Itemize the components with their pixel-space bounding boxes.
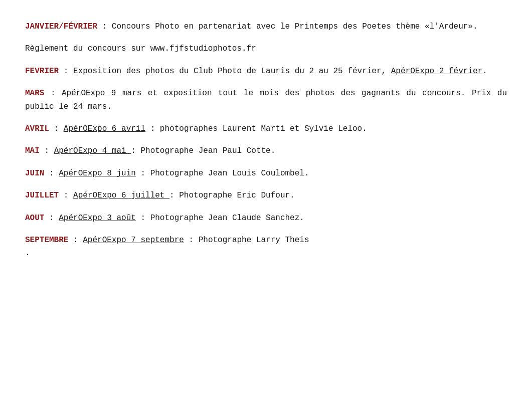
septembre-continuation: . (25, 247, 507, 260)
mai-text: : Photographe Jean Paul Cotte. (131, 146, 275, 155)
mai-underline: ApérOExpo 4 mai (54, 146, 131, 155)
section-juillet: JUILLET : ApérOExpo 6 juillet : Photogra… (25, 189, 507, 202)
colon-septembre: : (68, 236, 83, 245)
juillet-paragraph: JUILLET : ApérOExpo 6 juillet : Photogra… (25, 189, 507, 202)
month-label-avril: AVRIL (25, 124, 49, 133)
mai-paragraph: MAI : ApérOExpo 4 mai : Photographe Jean… (25, 144, 507, 157)
section-fevrier: FEVRIER : Exposition des photos du Club … (25, 65, 507, 78)
colon-mai: : (40, 146, 54, 155)
month-label-fevrier: FEVRIER (25, 67, 59, 76)
avril-paragraph: AVRIL : ApérOExpo 6 avril : photographes… (25, 122, 507, 135)
colon-juin: : (44, 169, 59, 178)
section-aout: AOUT : ApérOExpo 3 août : Photographe Je… (25, 212, 507, 225)
juin-underline: ApérOExpo 8 juin (59, 169, 136, 178)
section-septembre: SEPTEMBRE : ApérOExpo 7 septembre : Phot… (25, 234, 507, 260)
juillet-text: : Photographe Eric Dufour. (169, 191, 295, 200)
section-mai: MAI : ApérOExpo 4 mai : Photographe Jean… (25, 144, 507, 157)
janvier-fevrier-paragraph: JANVIER/FÉVRIER : Concours Photo en part… (25, 20, 507, 33)
avril-underline: ApérOExpo 6 avril (64, 124, 145, 133)
colon-aout: : (44, 214, 59, 223)
janvier-fevrier-text: Concours Photo en partenariat avec le Pr… (112, 22, 478, 31)
section-avril: AVRIL : ApérOExpo 6 avril : photographes… (25, 122, 507, 135)
reglement-block: Règlement du concours sur www.fjfstudiop… (25, 42, 507, 55)
septembre-paragraph: SEPTEMBRE : ApérOExpo 7 septembre : Phot… (25, 234, 507, 247)
colon-mars: : (44, 89, 62, 98)
month-label-juin: JUIN (25, 169, 44, 178)
aout-text: : Photographe Jean Claude Sanchez. (136, 214, 304, 223)
month-label-mars: MARS (25, 89, 44, 98)
month-label-septembre: SEPTEMBRE (25, 236, 68, 245)
fevrier-underline: ApérOExpo 2 février (391, 67, 482, 76)
month-label-janvier-fevrier: JANVIER/FÉVRIER (25, 22, 97, 31)
month-label-aout: AOUT (25, 214, 44, 223)
fevrier-paragraph: FEVRIER : Exposition des photos du Club … (25, 65, 507, 78)
juin-paragraph: JUIN : ApérOExpo 8 juin : Photographe Je… (25, 167, 507, 180)
avril-text: : photographes Laurent Marti et Sylvie L… (145, 124, 367, 133)
month-label-juillet: JUILLET (25, 191, 59, 200)
colon-janvier-fevrier: : (97, 22, 112, 31)
aout-underline: ApérOExpo 3 août (59, 214, 136, 223)
colon-fevrier: : (59, 67, 73, 76)
section-janvier-fevrier: JANVIER/FÉVRIER : Concours Photo en part… (25, 20, 507, 33)
juillet-underline: ApérOExpo 6 juillet (73, 191, 169, 200)
reglement-text: Règlement du concours sur www.fjfstudiop… (25, 42, 507, 55)
colon-avril: : (49, 124, 64, 133)
fevrier-period: . (482, 67, 487, 76)
main-content: JANVIER/FÉVRIER : Concours Photo en part… (25, 20, 507, 260)
section-juin: JUIN : ApérOExpo 8 juin : Photographe Je… (25, 167, 507, 180)
mars-underline: ApérOExpo 9 mars (62, 89, 141, 98)
aout-paragraph: AOUT : ApérOExpo 3 août : Photographe Je… (25, 212, 507, 225)
juin-text: : Photographe Jean Louis Coulombel. (136, 169, 309, 178)
septembre-underline: ApérOExpo 7 septembre (83, 236, 184, 245)
septembre-text: : Photographe Larry Theis (184, 236, 309, 245)
section-mars: MARS : ApérOExpo 9 mars et exposition to… (25, 87, 507, 113)
colon-juillet: : (59, 191, 73, 200)
month-label-mai: MAI (25, 146, 40, 155)
mars-paragraph: MARS : ApérOExpo 9 mars et exposition to… (25, 87, 507, 113)
fevrier-text: Exposition des photos du Club Photo de L… (73, 67, 391, 76)
